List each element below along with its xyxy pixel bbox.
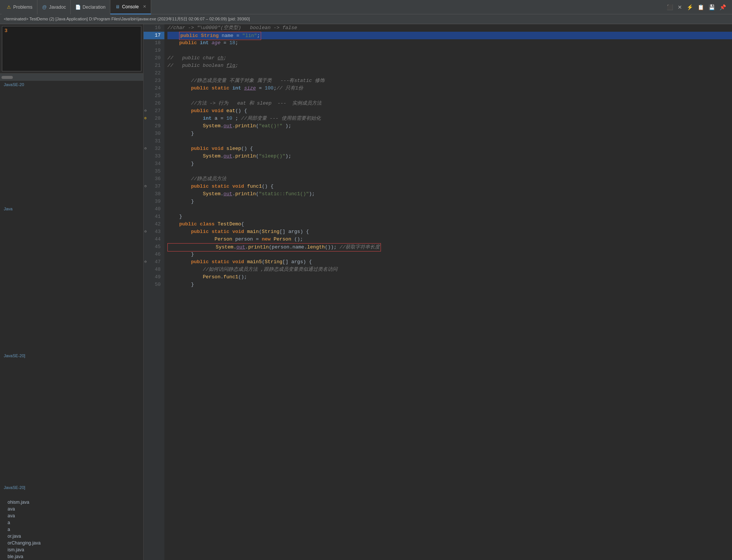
- ln-46: 46: [144, 251, 164, 258]
- file-list: ohism.java ava ava a a or.java orChangin…: [0, 499, 143, 560]
- code-line-49: Person.func1();: [167, 273, 732, 281]
- code-line-16: //char -> "\u0000"(空类型) boolean -> false: [167, 24, 732, 32]
- ln-16: 16: [144, 24, 164, 32]
- toolbar-pin[interactable]: 📌: [718, 3, 727, 11]
- code-line-44: Person person = new Person ();: [167, 236, 732, 243]
- file-ohism[interactable]: ohism.java: [0, 499, 143, 506]
- code-line-20: // public char ch;: [167, 54, 732, 62]
- code-line-29: System.out.println("eat()!" );: [167, 122, 732, 130]
- code-lines: //char -> "\u0000"(空类型) boolean -> false…: [164, 24, 732, 560]
- ln-48: 48: [144, 266, 164, 273]
- ln-30: 30: [144, 130, 164, 137]
- code-line-38: System.out.println("static::func1()");: [167, 190, 732, 198]
- fold-43[interactable]: ⊖: [144, 228, 147, 236]
- ln-19: 19: [144, 47, 164, 54]
- code-line-32: public void sleep() {: [167, 145, 732, 153]
- code-line-37: public static void func1() {: [167, 183, 732, 190]
- toolbar-close[interactable]: ✕: [676, 3, 684, 11]
- status-text: <terminated> TestDemo (2) [Java Applicat…: [4, 16, 250, 22]
- fold-27[interactable]: ⊖: [144, 107, 147, 115]
- file-java2[interactable]: ava: [0, 512, 143, 519]
- ln-28: 28⚙: [144, 115, 164, 122]
- horizontal-scrollbar[interactable]: [0, 73, 143, 81]
- scroll-thumb[interactable]: [2, 76, 13, 79]
- file-orchanging[interactable]: orChanging.java: [0, 540, 143, 546]
- code-line-50: }: [167, 281, 732, 288]
- line-numbers: 16 17 18 19 20 21 22 23 24 25 26 27⊖ 28⚙…: [144, 24, 164, 560]
- code-line-24: public static int size = 100;// 只有1份: [167, 85, 732, 92]
- code-line-26: //方法 -> 行为 eat 和 sleep --- 实例成员方法: [167, 100, 732, 107]
- ln-26: 26: [144, 100, 164, 107]
- javadoc-icon: @: [42, 5, 47, 10]
- tab-declaration[interactable]: 📄 Declaration: [71, 0, 110, 14]
- code-line-19: [167, 47, 732, 54]
- toolbar-copy[interactable]: 📋: [696, 3, 706, 11]
- ln-40: 40: [144, 205, 164, 213]
- status-bar: <terminated> TestDemo (2) [Java Applicat…: [0, 14, 732, 24]
- sidebar-label-javasE20-1[interactable]: JavaSE-20: [0, 81, 143, 88]
- code-line-35: [167, 168, 732, 175]
- tab-problems[interactable]: ⚠ Problems: [2, 0, 37, 14]
- code-line-34: }: [167, 160, 732, 168]
- tab-javadoc[interactable]: @ Javadoc: [37, 0, 71, 14]
- ln-41: 41: [144, 213, 164, 221]
- file-a2[interactable]: a: [0, 526, 143, 533]
- ln-31: 31: [144, 137, 164, 145]
- ln-38: 38: [144, 190, 164, 198]
- code-line-31: [167, 137, 732, 145]
- ln-36: 36: [144, 175, 164, 183]
- toolbar-run[interactable]: ⚡: [685, 3, 695, 11]
- file-or[interactable]: or.java: [0, 533, 143, 540]
- code-line-45: System.out.println(person.name.length())…: [167, 243, 732, 251]
- code-line-36: //静态成员方法: [167, 175, 732, 183]
- sidebar-label-javasE20-2[interactable]: JavaSE-20]: [0, 352, 143, 359]
- warn-icon-28: ⚙: [144, 115, 147, 122]
- ln-25: 25: [144, 92, 164, 100]
- ln-39: 39: [144, 198, 164, 205]
- code-line-17: public String name = "lin";: [167, 32, 732, 39]
- ln-43: 43⊖: [144, 228, 164, 236]
- code-line-43: public static void main(String[] args) {: [167, 228, 732, 236]
- toolbar-right: ⬛ ✕ ⚡ 📋 💾 📌: [665, 3, 730, 11]
- ln-34: 34: [144, 160, 164, 168]
- console-value: 3: [5, 28, 8, 34]
- ln-33: 33: [144, 153, 164, 160]
- file-java1[interactable]: ava: [0, 506, 143, 512]
- fold-32[interactable]: ⊖: [144, 145, 147, 153]
- toolbar-save[interactable]: 💾: [707, 3, 717, 11]
- code-content: 16 17 18 19 20 21 22 23 24 25 26 27⊖ 28⚙…: [144, 24, 732, 560]
- tab-bar: ⚠ Problems @ Javadoc 📄 Declaration 🖥 Con…: [0, 0, 732, 14]
- code-line-46: }: [167, 251, 732, 258]
- problems-icon: ⚠: [6, 5, 11, 10]
- code-line-47: public static void main5(String[] args) …: [167, 258, 732, 266]
- code-line-28: int a = 10 ; //局部变量 --- 使用前需要初始化: [167, 115, 732, 122]
- file-ble[interactable]: ble.java: [0, 553, 143, 560]
- ln-22: 22: [144, 69, 164, 77]
- ln-47: 47⊖: [144, 258, 164, 266]
- declaration-icon: 📄: [75, 5, 80, 10]
- file-a1[interactable]: a: [0, 519, 143, 526]
- code-line-25: [167, 92, 732, 100]
- tab-console[interactable]: 🖥 Console ✕: [110, 0, 151, 14]
- code-line-48: //如何访问静态成员方法 ,跟静态成员变量类似通过类名访问: [167, 266, 732, 273]
- code-line-30: }: [167, 130, 732, 137]
- console-icon: 🖥: [115, 4, 120, 9]
- ln-44: 44: [144, 236, 164, 243]
- fold-37[interactable]: ⊖: [144, 183, 147, 190]
- ln-24: 24: [144, 85, 164, 92]
- code-line-39: }: [167, 198, 732, 205]
- file-ism[interactable]: ism.java: [0, 546, 143, 553]
- sidebar-label-javasE20-3[interactable]: JavaSE-20]: [0, 484, 143, 491]
- code-line-33: System.out.println("sleep()");: [167, 153, 732, 160]
- close-console-tab[interactable]: ✕: [143, 4, 146, 9]
- fold-47[interactable]: ⊖: [144, 258, 147, 266]
- toolbar-minimize[interactable]: ⬛: [665, 3, 675, 11]
- ln-49: 49: [144, 273, 164, 281]
- code-line-21: // public boolean flg;: [167, 62, 732, 69]
- code-line-40: [167, 205, 732, 213]
- main-layout: 3 JavaSE-20 Java JavaSE-20] JavaSE-20] o…: [0, 24, 732, 560]
- ln-18: 18: [144, 39, 164, 47]
- ln-45: 45: [144, 243, 164, 251]
- ln-23: 23: [144, 77, 164, 85]
- sidebar-label-java[interactable]: Java: [0, 205, 143, 213]
